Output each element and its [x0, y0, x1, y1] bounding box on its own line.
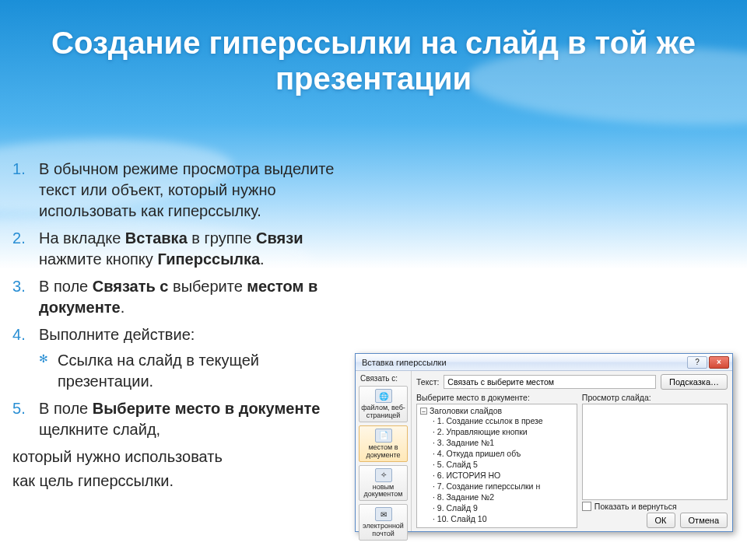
new-document-icon: ✧ — [375, 468, 392, 482]
tree-item[interactable]: · 6. ИСТОРИЯ НО — [433, 470, 575, 481]
step-3: 3 В поле Связать с выберите местом в док… — [12, 276, 347, 318]
dialog-titlebar[interactable]: Вставка гиперссылки ? × — [356, 354, 732, 371]
step-4-bullet: Ссылка на слайд в текущей презентации. — [39, 350, 347, 392]
screentip-button[interactable]: Подсказка… — [661, 374, 728, 390]
globe-icon: 🌐 — [375, 389, 392, 403]
help-icon[interactable]: ? — [687, 356, 707, 369]
sidebar-item-label: электронной почтой — [361, 523, 405, 538]
slide-tree[interactable]: −Заголовки слайдов · 1. Создание ссылок … — [416, 404, 577, 528]
sidebar-item-place-in-doc[interactable]: 📄 местом в документе — [359, 425, 408, 462]
tree-item[interactable]: · 2. Управляющие кнопки — [433, 426, 575, 437]
sidebar-item-label: файлом, веб-страницей — [361, 404, 405, 420]
tree-item[interactable]: · 3. Задание №1 — [433, 437, 575, 448]
step-2-text: На вкладке Вставка в группе Связи нажмит… — [39, 229, 303, 268]
insert-hyperlink-dialog: Вставка гиперссылки ? × Связать с: 🌐 фай… — [355, 353, 733, 532]
close-icon[interactable]: × — [709, 356, 729, 369]
step-5-text: В поле Выберите место в документе щелкни… — [39, 400, 320, 438]
sidebar-item-label: новым документом — [361, 484, 405, 499]
tree-item[interactable]: · 9. Слайд 9 — [433, 502, 575, 513]
tree-root-label: Заголовки слайдов — [430, 406, 502, 415]
tree-collapse-icon[interactable]: − — [420, 408, 427, 415]
slide-preview — [582, 404, 728, 500]
sidebar-item-web[interactable]: 🌐 файлом, веб-страницей — [359, 386, 408, 422]
show-and-return-label: Показать и вернуться — [594, 502, 677, 511]
tree-item[interactable]: · 10. Слайд 10 — [433, 513, 575, 524]
sidebar-item-new-doc[interactable]: ✧ новым документом — [359, 465, 408, 502]
display-text-input[interactable] — [444, 375, 656, 389]
step-2: 2 На вкладке Вставка в группе Связи нажм… — [12, 228, 347, 270]
show-and-return-checkbox[interactable] — [582, 502, 591, 511]
slide-body: 1 В обычном режиме просмотра выделите те… — [12, 159, 347, 492]
step-1-text: В обычном режиме просмотра выделите текс… — [39, 160, 334, 219]
step-5: 5 В поле Выберите место в документе щелк… — [12, 398, 347, 440]
sidebar-item-label: местом в документе — [361, 444, 405, 460]
tail-line-2: как цель гиперссылки. — [12, 471, 347, 492]
slide-preview-label: Просмотр слайда: — [582, 393, 728, 402]
tree-item[interactable]: · 1. Создание ссылок в презе — [433, 415, 575, 426]
step-4-text: Выполните действие: — [39, 326, 195, 343]
mail-icon: ✉ — [375, 507, 392, 521]
tree-item[interactable]: · 8. Задание №2 — [433, 492, 575, 502]
link-with-label: Связать с: — [356, 371, 411, 384]
place-in-document-label: Выберите место в документе: — [416, 393, 577, 402]
tree-item[interactable]: · 5. Слайд 5 — [433, 459, 575, 470]
step-4: 4 Выполните действие: Ссылка на слайд в … — [12, 324, 347, 392]
document-icon: 📄 — [375, 429, 392, 443]
step-3-text: В поле Связать с выберите местом в докум… — [39, 278, 317, 316]
sidebar-item-email[interactable]: ✉ электронной почтой — [359, 504, 408, 541]
tree-item[interactable]: · 7. Создание гиперссылки н — [433, 481, 575, 492]
tree-item[interactable]: · 4. Откуда пришел объ — [433, 448, 575, 459]
tail-line-1: который нужно использовать — [12, 446, 347, 467]
cancel-button[interactable]: Отмена — [680, 513, 728, 528]
ok-button[interactable]: ОК — [647, 513, 675, 528]
link-target-sidebar: Связать с: 🌐 файлом, веб-страницей 📄 мес… — [356, 371, 412, 531]
step-1: 1 В обычном режиме просмотра выделите те… — [12, 159, 347, 222]
dialog-title: Вставка гиперссылки — [362, 358, 686, 367]
display-text-label: Текст: — [416, 377, 439, 387]
